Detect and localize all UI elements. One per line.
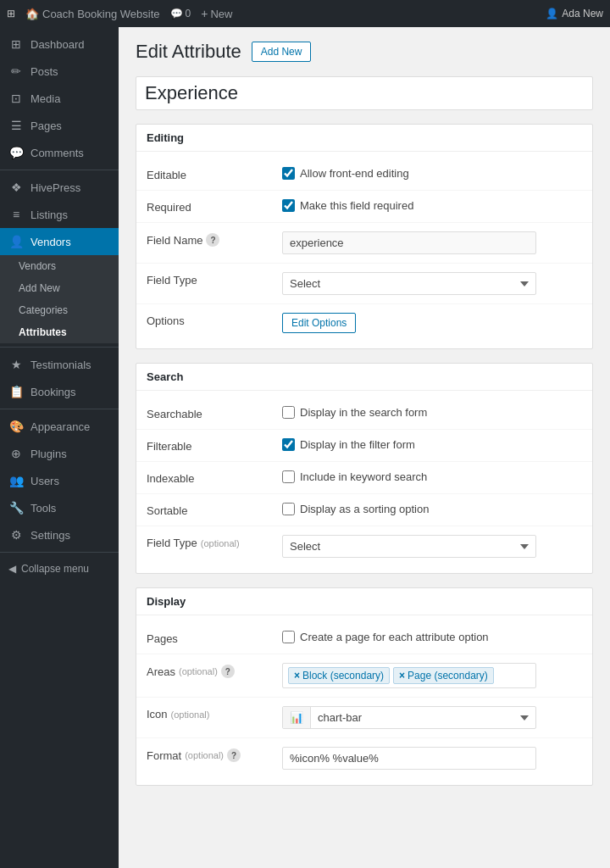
- editing-section-title: Editing: [136, 125, 592, 152]
- sidebar-item-listings[interactable]: ≡ Listings: [0, 201, 119, 228]
- indexable-checkbox[interactable]: [282, 470, 295, 483]
- editable-checkbox[interactable]: [282, 167, 295, 180]
- field-type-search-control: Select Text Number Date: [282, 535, 582, 558]
- format-input[interactable]: [282, 747, 536, 770]
- field-name-help-icon[interactable]: ?: [206, 233, 219, 247]
- field-type-search-row: Field Type (optional) Select Text Number…: [136, 526, 592, 566]
- searchable-checkbox[interactable]: [282, 406, 295, 419]
- sidebar-item-hivepress[interactable]: ❖ HivePress: [0, 174, 119, 201]
- wp-logo-button[interactable]: ⊞: [7, 8, 15, 19]
- sortable-control: Display as a sorting option: [282, 503, 582, 515]
- user-name-label[interactable]: 👤 Ada New: [546, 8, 603, 19]
- sortable-checkbox[interactable]: [282, 503, 295, 515]
- tag-remove-page[interactable]: ×: [399, 670, 405, 682]
- required-checkbox[interactable]: [282, 199, 295, 212]
- site-name: Coach Booking Website: [42, 8, 160, 20]
- attribute-name-input[interactable]: [136, 76, 593, 110]
- edit-options-button[interactable]: Edit Options: [282, 313, 356, 333]
- sidebar-item-add-new[interactable]: Add New: [0, 277, 119, 299]
- sidebar-item-label: Vendors: [19, 260, 56, 272]
- pages-checkbox[interactable]: [282, 631, 295, 643]
- editing-section-body: Editable Allow front-end editing Require…: [136, 152, 592, 348]
- display-section: Display Pages Create a page for each att…: [136, 587, 593, 786]
- settings-icon: ⚙: [8, 528, 24, 542]
- sidebar-item-pages[interactable]: ☰ Pages: [0, 112, 119, 139]
- tag-remove-block[interactable]: ×: [294, 670, 300, 682]
- sidebar-item-posts[interactable]: ✏ Posts: [0, 58, 119, 85]
- pages-checkbox-label[interactable]: Create a page for each attribute option: [282, 631, 582, 643]
- editing-section: Editing Editable Allow front-end editing: [136, 124, 593, 349]
- search-section-title: Search: [136, 364, 592, 391]
- indexable-checkbox-label[interactable]: Include in keyword search: [282, 470, 582, 483]
- new-content-button[interactable]: + New: [201, 7, 232, 20]
- field-type-editing-row: Field Type Select Text Number Date Attac…: [136, 264, 592, 304]
- field-type-search-label-text: Field Type: [147, 537, 197, 549]
- comment-icon: 💬: [170, 8, 183, 19]
- sidebar-item-users[interactable]: 👥 Users: [0, 467, 119, 494]
- display-section-title: Display: [136, 588, 592, 615]
- sortable-checkbox-label[interactable]: Display as a sorting option: [282, 503, 582, 515]
- collapse-label: Collapse menu: [21, 563, 89, 575]
- searchable-checkbox-label[interactable]: Display in the search form: [282, 406, 582, 419]
- sortable-label-text: Sortable: [147, 504, 187, 517]
- sidebar-item-vendors-sub[interactable]: Vendors: [0, 255, 119, 277]
- sidebar-item-appearance[interactable]: 🎨 Appearance: [0, 413, 119, 440]
- new-label: New: [210, 8, 232, 20]
- sidebar-item-comments[interactable]: 💬 Comments: [0, 139, 119, 166]
- comments-bubble[interactable]: 💬 0: [170, 8, 191, 19]
- collapse-menu-button[interactable]: ◀ Collapse menu: [0, 556, 119, 581]
- options-row: Options Edit Options: [136, 304, 592, 342]
- searchable-control: Display in the search form: [282, 406, 582, 419]
- comments-icon: 💬: [8, 146, 24, 159]
- page-header: Edit Attribute Add New: [136, 41, 593, 63]
- filterable-checkbox-label[interactable]: Display in the filter form: [282, 438, 582, 451]
- sidebar-item-testimonials[interactable]: ★ Testimonials: [0, 351, 119, 378]
- format-help-icon[interactable]: ?: [227, 748, 241, 762]
- field-name-label: Field Name ?: [147, 231, 282, 247]
- hivepress-icon: ❖: [8, 181, 24, 194]
- sortable-checkbox-text: Display as a sorting option: [300, 503, 429, 515]
- sidebar-item-label: Users: [30, 475, 59, 487]
- menu-divider-1: [0, 170, 119, 170]
- search-section-body: Searchable Display in the search form Fi…: [136, 391, 592, 573]
- sidebar-item-bookings[interactable]: 📋 Bookings: [0, 378, 119, 405]
- icon-select[interactable]: chart-bar star heart check: [311, 707, 535, 728]
- tag-block-secondary: × Block (secondary): [288, 667, 390, 684]
- filterable-checkbox-text: Display in the filter form: [300, 438, 415, 451]
- menu-divider-2: [0, 347, 119, 348]
- areas-help-icon[interactable]: ?: [221, 665, 235, 678]
- sidebar-item-dashboard[interactable]: ⊞ Dashboard: [0, 31, 119, 58]
- pages-row: Pages Create a page for each attribute o…: [136, 622, 592, 654]
- add-new-button[interactable]: Add New: [252, 42, 312, 62]
- required-checkbox-label[interactable]: Make this field required: [282, 199, 582, 212]
- sidebar-item-label: Plugins: [30, 448, 67, 460]
- sidebar-item-tools[interactable]: 🔧 Tools: [0, 494, 119, 521]
- sidebar-item-settings[interactable]: ⚙ Settings: [0, 521, 119, 548]
- main-content: Edit Attribute Add New Editing Editable …: [119, 27, 610, 868]
- sidebar-item-attributes[interactable]: Attributes: [0, 321, 119, 343]
- sidebar-item-label: Appearance: [30, 420, 90, 433]
- format-label-text: Format: [147, 749, 181, 762]
- sidebar-item-media[interactable]: ⊡ Media: [0, 85, 119, 112]
- field-type-editing-select[interactable]: Select Text Number Date Attachment: [282, 272, 536, 295]
- sidebar-item-vendors[interactable]: 👤 Vendors: [0, 228, 119, 255]
- areas-control: × Block (secondary) × Page (secondary): [282, 663, 582, 688]
- field-type-search-select[interactable]: Select Text Number Date: [282, 535, 536, 558]
- site-name-link[interactable]: 🏠 Coach Booking Website: [25, 8, 160, 20]
- tag-label-page: Page (secondary): [408, 670, 488, 682]
- filterable-checkbox[interactable]: [282, 438, 295, 451]
- field-name-input[interactable]: [282, 231, 536, 254]
- sortable-label: Sortable: [147, 503, 282, 517]
- admin-bar: ⊞ 🏠 Coach Booking Website 💬 0 + New 👤 Ad…: [0, 0, 610, 27]
- areas-label: Areas (optional) ?: [147, 663, 282, 678]
- editable-checkbox-label[interactable]: Allow front-end editing: [282, 167, 582, 180]
- sidebar-item-categories[interactable]: Categories: [0, 299, 119, 321]
- media-icon: ⊡: [8, 92, 24, 105]
- search-section: Search Searchable Display in the search …: [136, 363, 593, 574]
- icon-label: Icon (optional): [147, 706, 282, 721]
- sidebar-item-label: Settings: [30, 529, 70, 542]
- areas-optional-text: (optional): [179, 666, 218, 676]
- areas-tag-area[interactable]: × Block (secondary) × Page (secondary): [282, 663, 536, 688]
- sidebar-item-plugins[interactable]: ⊕ Plugins: [0, 440, 119, 467]
- plus-icon: +: [201, 7, 208, 20]
